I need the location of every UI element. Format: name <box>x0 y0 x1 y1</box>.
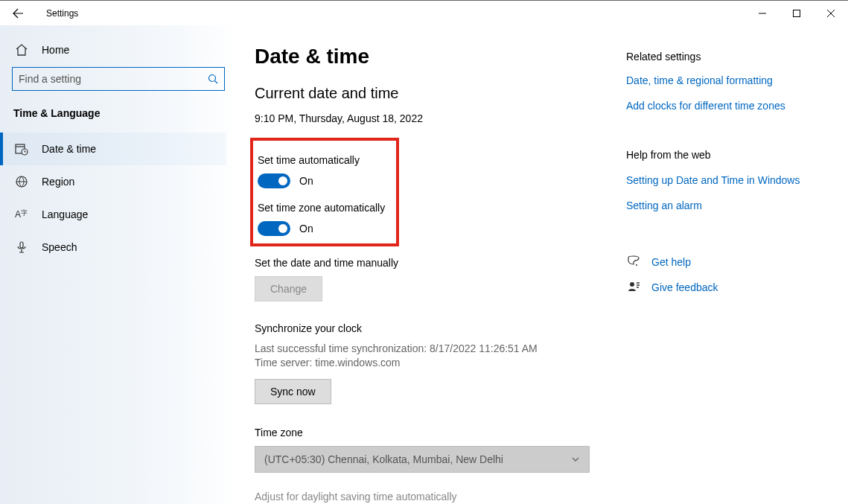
feedback-link[interactable]: Give feedback <box>651 281 718 293</box>
microphone-icon <box>15 240 28 254</box>
close-icon <box>827 10 835 17</box>
nav-item-language[interactable]: A字 Language <box>0 198 226 231</box>
search-box[interactable] <box>12 67 225 91</box>
svg-text:字: 字 <box>21 209 28 217</box>
get-help-link[interactable]: Get help <box>651 256 691 268</box>
nav-item-date-time[interactable]: Date & time <box>0 133 226 165</box>
feedback-icon <box>626 280 641 295</box>
search-icon <box>208 74 218 84</box>
related-heading: Related settings <box>626 51 827 63</box>
nav-item-speech[interactable]: Speech <box>0 231 226 264</box>
feedback-row[interactable]: Give feedback <box>626 280 827 295</box>
language-icon: A字 <box>15 208 28 221</box>
section-header: Time & Language <box>13 107 226 119</box>
maximize-button[interactable] <box>780 1 814 26</box>
globe-icon <box>15 175 28 188</box>
auto-tz-toggle[interactable] <box>258 221 290 236</box>
svg-rect-0 <box>794 10 800 17</box>
sync-heading: Synchronize your clock <box>255 322 619 334</box>
window-controls <box>745 1 848 26</box>
link-setup-datetime[interactable]: Setting up Date and Time in Windows <box>626 174 827 186</box>
link-add-clocks[interactable]: Add clocks for different time zones <box>626 100 827 112</box>
svg-point-8 <box>636 264 637 266</box>
nav-label: Region <box>42 176 74 188</box>
home-label: Home <box>42 44 69 56</box>
sync-server: Time server: time.windows.com <box>255 356 619 370</box>
nav-item-region[interactable]: Region <box>0 165 226 198</box>
chevron-down-icon <box>571 455 580 464</box>
search-input[interactable] <box>19 73 208 85</box>
calendar-clock-icon <box>15 142 28 156</box>
nav-label: Date & time <box>42 143 96 155</box>
maximize-icon <box>793 10 800 17</box>
tz-value: (UTC+05:30) Chennai, Kolkata, Mumbai, Ne… <box>264 453 503 465</box>
manual-label: Set the date and time manually <box>255 257 619 269</box>
minimize-button[interactable] <box>745 1 780 26</box>
content-column: Date & time Current date and time 9:10 P… <box>255 45 619 504</box>
right-column: Related settings Date, time & regional f… <box>619 45 827 504</box>
svg-text:A: A <box>15 209 21 220</box>
help-heading: Help from the web <box>626 149 827 161</box>
sync-last: Last successful time synchronization: 8/… <box>255 342 619 356</box>
page-title: Date & time <box>255 45 619 68</box>
sidebar: Home Time & Language Date & time Region <box>0 25 238 504</box>
auto-tz-label: Set time zone automatically <box>258 202 389 214</box>
current-datetime: 9:10 PM, Thursday, August 18, 2022 <box>255 112 619 124</box>
back-button[interactable] <box>0 1 36 26</box>
main-area: Date & time Current date and time 9:10 P… <box>238 25 848 504</box>
get-help-row[interactable]: Get help <box>626 255 827 269</box>
change-button[interactable]: Change <box>255 276 322 302</box>
auto-time-label: Set time automatically <box>258 154 389 166</box>
sync-info: Last successful time synchronization: 8/… <box>255 342 619 370</box>
auto-tz-state: On <box>299 223 313 235</box>
nav-list: Date & time Region A字 Language Speech <box>0 133 226 264</box>
link-regional-formatting[interactable]: Date, time & regional formatting <box>626 74 827 86</box>
sync-now-button[interactable]: Sync now <box>255 379 331 404</box>
title-bar: Settings <box>0 0 848 25</box>
window-title: Settings <box>46 8 78 19</box>
nav-label: Speech <box>42 241 77 253</box>
svg-point-9 <box>630 282 634 287</box>
svg-rect-7 <box>20 242 23 248</box>
auto-time-toggle[interactable] <box>258 173 290 188</box>
highlight-annotation: Set time automatically On Set time zone … <box>250 138 399 246</box>
current-heading: Current date and time <box>255 85 619 102</box>
arrow-left-icon <box>12 7 24 19</box>
dst-label: Adjust for daylight saving time automati… <box>255 491 619 503</box>
minimize-icon <box>759 10 766 17</box>
close-button[interactable] <box>814 1 848 26</box>
help-icon <box>626 255 641 269</box>
tz-dropdown[interactable]: (UTC+05:30) Chennai, Kolkata, Mumbai, Ne… <box>255 446 590 473</box>
svg-point-1 <box>209 75 216 82</box>
tz-label: Time zone <box>255 427 619 438</box>
nav-label: Language <box>42 208 88 220</box>
link-setting-alarm[interactable]: Setting an alarm <box>626 200 827 211</box>
auto-time-state: On <box>299 175 313 187</box>
home-nav[interactable]: Home <box>12 36 226 67</box>
home-icon <box>15 43 28 57</box>
